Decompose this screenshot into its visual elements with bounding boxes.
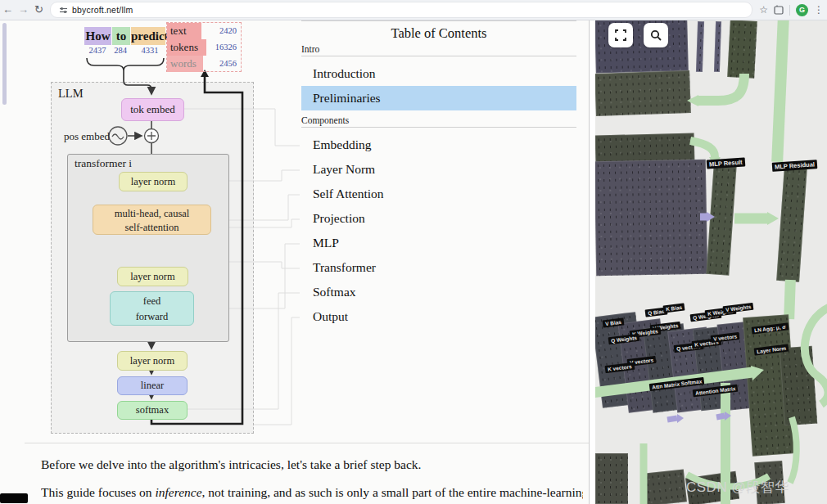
paragraph-2-emphasis: inference — [155, 485, 201, 499]
paragraph-2-text: , not training, and as such is only a sm… — [202, 485, 583, 499]
prompt-token-how: How — [84, 27, 111, 45]
forward-icon[interactable]: → — [16, 0, 31, 20]
linear-box: linear — [117, 376, 188, 395]
section-divider — [25, 443, 589, 443]
vocab-word: words — [167, 56, 203, 72]
viz-label-k-bias: K Bias — [663, 303, 685, 313]
paragraph-1: Before we delve into the algorithm's int… — [41, 457, 421, 472]
toc-item-introduction[interactable]: Introduction — [301, 61, 576, 86]
toc-item-embedding[interactable]: Embedding — [301, 133, 576, 157]
scrollbar-thumb[interactable] — [2, 23, 7, 105]
toc-item-preliminaries[interactable]: Preliminaries — [301, 86, 576, 110]
screen: ← → ↻ bbycroft.net/llm ☆ G ⋮ — [0, 0, 827, 504]
viz-matrix-slab — [643, 469, 687, 504]
attention-line-2: self-attention — [93, 221, 210, 235]
profile-avatar[interactable]: G — [796, 4, 808, 16]
viz-vector-bar — [696, 21, 704, 72]
feed-forward-line-2: forward — [111, 309, 193, 325]
toc-section-intro: Intro — [301, 43, 576, 56]
viz-mlp-result-column — [706, 164, 736, 276]
viz-flow-band — [784, 280, 796, 319]
corner-overlay-badge — [0, 493, 28, 503]
prompt-token-predict: predict — [131, 27, 165, 45]
token-id-to: 284 — [111, 46, 130, 56]
layer-norm-box-1: layer norm — [119, 172, 188, 191]
viz-weight-matrix — [595, 160, 707, 276]
side-panel-icon[interactable] — [774, 5, 784, 15]
paragraph-2: This guide focuses on inference, not tra… — [41, 485, 583, 500]
viz-mlp-residual-column — [776, 166, 807, 282]
toc-item-layer-norm[interactable]: Layer Norm — [301, 157, 576, 182]
toc-title: Table of Contents — [301, 21, 576, 43]
token-id-how: 2437 — [82, 46, 113, 56]
vocab-id: 2456 — [219, 56, 241, 72]
menu-icon[interactable]: ⋮ — [814, 4, 824, 16]
browser-toolbar: ← → ↻ bbycroft.net/llm ☆ G ⋮ — [0, 0, 827, 20]
back-icon[interactable]: ← — [0, 0, 16, 20]
llm-label: LLM — [58, 87, 84, 101]
address-bar[interactable]: bbycroft.net/llm — [50, 2, 752, 18]
viz-flow-band — [771, 20, 789, 162]
viz-label-v-weights: V Weights — [723, 303, 754, 313]
paragraph-2-text: This guide focuses on — [41, 485, 155, 499]
feed-forward-box: feed forward — [110, 291, 194, 326]
toc-item-mlp[interactable]: MLP — [301, 231, 576, 255]
url-text: bbycroft.net/llm — [72, 5, 133, 15]
toolbar-actions: ☆ G ⋮ — [759, 4, 824, 16]
fullscreen-button[interactable] — [608, 23, 633, 47]
transformer-label: transformer i — [75, 157, 132, 170]
reload-icon[interactable]: ↻ — [31, 0, 47, 20]
site-settings-icon — [59, 6, 68, 15]
viz-matrix-slab — [595, 70, 691, 116]
viz-vector-bar — [714, 21, 721, 72]
toc-item-projection[interactable]: Projection — [301, 206, 576, 231]
viz-matrix-slab — [727, 20, 757, 79]
toc-divider — [301, 56, 576, 56]
bookmark-star-icon[interactable]: ☆ — [759, 4, 768, 16]
table-of-contents: Table of Contents Intro Introduction Pre… — [301, 20, 576, 329]
toolbar-divider — [789, 5, 790, 16]
self-attention-box: multi-head, causal self-attention — [93, 205, 211, 235]
fullscreen-icon — [615, 29, 626, 41]
vocab-row: tokens 16326 — [167, 39, 241, 56]
viz-matrix-slab — [595, 133, 694, 162]
prompt-token-to: to — [112, 27, 130, 45]
tok-embed-box: tok embed — [121, 98, 184, 121]
watermark: CSDN @段智华 — [686, 478, 789, 497]
viz-label-mlp-residual: MLP Residual — [772, 160, 818, 172]
softmax-box: softmax — [117, 401, 188, 420]
vocab-id: 2420 — [219, 23, 241, 39]
toc-item-transformer[interactable]: Transformer — [301, 255, 576, 280]
layer-norm-box-2: layer norm — [117, 267, 188, 286]
llm-3d-viewport[interactable]: MLP Result MLP Residual V Bias Q Bias K … — [595, 20, 827, 504]
viz-label-mlp-result: MLP Result — [707, 157, 745, 169]
layer-norm-box-3: layer norm — [117, 351, 188, 371]
toc-section-components: Components — [301, 115, 576, 127]
zoom-search-button[interactable] — [644, 23, 668, 47]
viz-matrix-slab — [780, 346, 818, 426]
vocab-word: text — [167, 23, 201, 39]
attention-line-1: multi-head, causal — [93, 207, 210, 221]
feed-forward-line-1: feed — [111, 294, 193, 309]
vocab-row: text 2420 — [167, 23, 241, 39]
pos-embed-label: pos embed — [64, 130, 110, 143]
magnifier-icon — [650, 29, 662, 42]
toc-item-self-attention[interactable]: Self Attention — [301, 182, 576, 206]
viz-matrix-slab — [595, 453, 628, 504]
vocab-word: tokens — [167, 39, 206, 56]
token-id-predict: 4331 — [133, 46, 166, 56]
vocab-id: 16326 — [215, 39, 241, 56]
page-divider — [589, 20, 590, 504]
toc-item-softmax[interactable]: Softmax — [301, 280, 576, 304]
vocab-row: words 2456 — [167, 56, 241, 72]
vocab-table: text 2420 tokens 16326 words 2456 — [166, 22, 242, 72]
toc-divider — [301, 127, 576, 128]
toc-item-output[interactable]: Output — [301, 304, 576, 329]
